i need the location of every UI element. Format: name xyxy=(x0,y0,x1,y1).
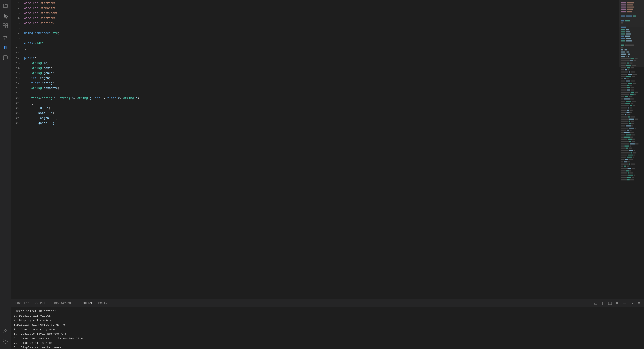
code-line-18: string comments; xyxy=(24,86,619,91)
terminal-line: 3.Display all movies by genre xyxy=(14,323,641,327)
explorer-icon[interactable] xyxy=(1,2,10,10)
line-number-10: 10 xyxy=(14,46,20,51)
code-lines: #include <fstream>#include <iomanip>#inc… xyxy=(22,0,619,299)
line-number-23: 23 xyxy=(14,111,20,116)
line-number-9: 9 xyxy=(14,41,20,46)
settings-icon[interactable] xyxy=(1,337,10,345)
svg-line-2 xyxy=(6,17,7,18)
chevron-up-button[interactable] xyxy=(628,300,635,306)
line-number-24: 24 xyxy=(14,116,20,121)
code-line-16: int length; xyxy=(24,76,619,81)
code-line-20: Video(string i, string n, string g, int … xyxy=(24,96,619,101)
delete-terminal-button[interactable] xyxy=(614,300,620,306)
code-line-23: name = n; xyxy=(24,111,619,116)
terminal-line: 1. Display all videos xyxy=(14,314,641,318)
more-terminal-button[interactable] xyxy=(621,300,628,306)
line-number-21: 21 xyxy=(14,101,20,106)
add-terminal-button[interactable] xyxy=(600,300,606,306)
code-line-19 xyxy=(24,91,619,96)
activity-bar-top: R xyxy=(1,2,10,327)
svg-rect-6 xyxy=(6,26,8,28)
tab-problems[interactable]: PROBLEMS xyxy=(13,299,32,307)
main-content: 1234567891011121314151617181920212223242… xyxy=(11,0,644,349)
new-terminal-button[interactable] xyxy=(592,300,598,306)
code-line-21: { xyxy=(24,101,619,106)
line-number-17: 17 xyxy=(14,81,20,86)
line-number-15: 15 xyxy=(14,71,20,76)
svg-rect-15 xyxy=(608,302,610,304)
svg-point-9 xyxy=(4,38,4,40)
line-number-22: 22 xyxy=(14,106,20,111)
terminal-line: Please select an option: xyxy=(14,309,641,314)
code-line-10: { xyxy=(24,46,619,51)
panel-tabs: PROBLEMS OUTPUT DEBUG CONSOLE TERMINAL P… xyxy=(11,299,644,307)
code-line-8 xyxy=(24,36,619,41)
code-content[interactable]: 1234567891011121314151617181920212223242… xyxy=(11,0,619,299)
close-panel-button[interactable] xyxy=(636,300,642,306)
line-number-8: 8 xyxy=(14,36,20,41)
svg-rect-5 xyxy=(3,26,5,28)
terminal-line: 8. Display series by genre xyxy=(14,345,641,349)
line-number-4: 4 xyxy=(14,16,20,21)
svg-point-10 xyxy=(4,330,6,331)
line-number-14: 14 xyxy=(14,66,20,71)
code-line-3: #include <iostream> xyxy=(24,11,619,16)
line-number-11: 11 xyxy=(14,51,20,56)
editor-area: 1234567891011121314151617181920212223242… xyxy=(11,0,644,299)
svg-point-8 xyxy=(6,36,7,37)
activity-bar: R xyxy=(0,0,11,349)
terminal-line: 5. Evaluate movie between 0-5 xyxy=(14,332,641,336)
tab-debug-console[interactable]: DEBUG CONSOLE xyxy=(48,299,76,307)
code-line-14: string name; xyxy=(24,66,619,71)
svg-point-17 xyxy=(623,303,624,304)
code-line-17: float rating; xyxy=(24,81,619,86)
code-editor: 1234567891011121314151617181920212223242… xyxy=(11,0,619,299)
line-numbers: 1234567891011121314151617181920212223242… xyxy=(11,0,22,299)
tab-ports[interactable]: PORTS xyxy=(96,299,110,307)
activity-bar-bottom xyxy=(1,327,10,347)
line-number-2: 2 xyxy=(14,6,20,11)
terminal-line: 7. Display all series xyxy=(14,341,641,345)
line-number-1: 1 xyxy=(14,1,20,6)
code-line-22: id = i; xyxy=(24,106,619,111)
svg-rect-3 xyxy=(3,24,5,26)
svg-rect-16 xyxy=(610,302,612,304)
code-line-7: using namespace std; xyxy=(24,31,619,36)
line-number-13: 13 xyxy=(14,61,20,66)
code-line-15: string genre; xyxy=(24,71,619,76)
line-number-12: 12 xyxy=(14,56,20,61)
code-line-24: length = l; xyxy=(24,116,619,121)
svg-point-18 xyxy=(624,303,625,304)
code-line-5: #include <string> xyxy=(24,21,619,26)
terminal-content[interactable]: Please select an option:1. Display all v… xyxy=(11,307,644,349)
tab-terminal[interactable]: TERMINAL xyxy=(76,299,96,307)
line-number-16: 16 xyxy=(14,76,20,81)
code-line-9: class Video xyxy=(24,41,619,46)
svg-point-11 xyxy=(5,340,6,342)
source-control-icon[interactable] xyxy=(1,34,10,42)
terminal-line: 2. Display all movies xyxy=(14,318,641,323)
line-number-18: 18 xyxy=(14,86,20,91)
code-line-1: #include <fstream> xyxy=(24,1,619,6)
line-number-19: 19 xyxy=(14,91,20,96)
run-icon[interactable] xyxy=(1,12,10,20)
tab-output[interactable]: OUTPUT xyxy=(32,299,48,307)
code-line-6 xyxy=(24,26,619,31)
line-number-6: 6 xyxy=(14,26,20,31)
line-number-3: 3 xyxy=(14,11,20,16)
panel-actions xyxy=(592,300,642,306)
code-line-12: public: xyxy=(24,56,619,61)
line-number-5: 5 xyxy=(14,21,20,26)
line-number-25: 25 xyxy=(14,121,20,126)
extensions-icon[interactable] xyxy=(1,22,10,30)
terminal-line: 6. Save the changes in the movies file xyxy=(14,336,641,341)
terminal-line: 4. Search movie by name xyxy=(14,327,641,332)
minimap xyxy=(619,0,644,299)
chat-icon[interactable] xyxy=(1,54,10,62)
split-terminal-button[interactable] xyxy=(607,300,613,306)
svg-point-7 xyxy=(4,36,4,37)
account-icon[interactable] xyxy=(1,327,10,336)
code-line-13: string id; xyxy=(24,61,619,66)
r-icon[interactable]: R xyxy=(1,44,10,52)
code-line-11 xyxy=(24,51,619,56)
